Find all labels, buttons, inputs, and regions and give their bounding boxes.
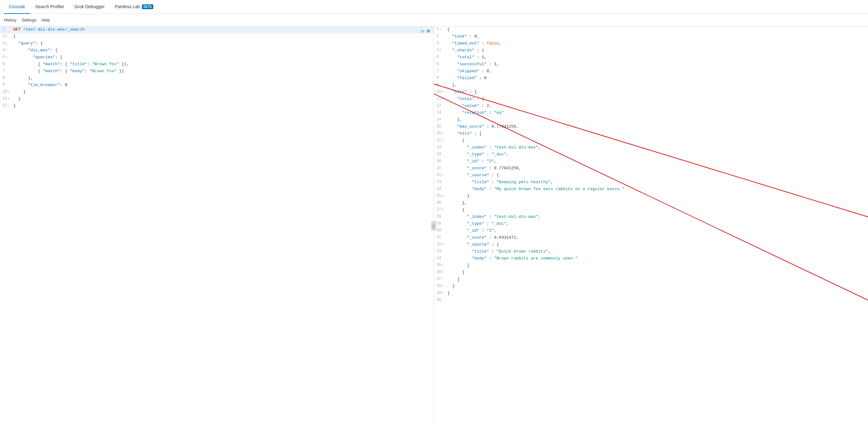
r-line-14: 14 },: [434, 117, 868, 124]
r-line-21: 21 "_score" : 0.77041256,: [434, 165, 868, 172]
code-line-4: 4▾ "dis_max": {: [0, 47, 434, 54]
left-editor-panel: 1 GET /test-dsl-dis-max/_search ▷ ⚙ 2▾ {…: [0, 27, 434, 425]
right-editor-panel: 1▾ { 2 "took" : 0, 3 "timed_out" : false…: [434, 27, 868, 425]
r-line-27: 27▾ {: [434, 207, 868, 214]
left-code-editor[interactable]: 1 GET /test-dsl-dis-max/_search ▷ ⚙ 2▾ {…: [0, 27, 434, 425]
r-line-40: 40: [434, 297, 868, 304]
r-line-6: 6 "successful" : 1,: [434, 61, 868, 68]
r-line-24: 24 "body" : "My quick brown fox eats rab…: [434, 186, 868, 193]
r-line-25: 25▾ }: [434, 193, 868, 200]
r-line-32: 32▾ "_source" : {: [434, 241, 868, 249]
r-line-37: 37▾ ]: [434, 276, 868, 283]
code-line-10: 10▾ }: [0, 89, 434, 96]
r-line-38: 38▾ }: [434, 283, 868, 290]
settings-button[interactable]: Settings: [22, 18, 36, 22]
r-line-10: 10▾ "hits" : {: [434, 89, 868, 96]
panel-resize-handle[interactable]: ‖: [431, 221, 436, 230]
r-line-30: 30 "_id" : "1",: [434, 228, 868, 235]
code-line-3: 3▾ "query": {: [0, 40, 434, 47]
history-button[interactable]: History: [4, 18, 17, 22]
right-code-block: 1▾ { 2 "took" : 0, 3 "timed_out" : false…: [434, 27, 868, 304]
r-line-8: 8 "failed" : 0: [434, 75, 868, 82]
beta-badge: BETA: [142, 4, 153, 9]
r-line-17: 17▾ {: [434, 137, 868, 144]
tools-icon[interactable]: ⚙: [427, 28, 430, 34]
r-line-13: 13 "relation" : "eq": [434, 110, 868, 117]
r-line-23: 23 "title" : "Keeping pets healthy",: [434, 179, 868, 186]
r-line-26: 26 },: [434, 200, 868, 207]
r-line-29: 29 "_type" : "_doc",: [434, 221, 868, 228]
r-line-31: 31 "_score" : 0.6931471,: [434, 235, 868, 241]
code-line-12: 12▾ }: [0, 103, 434, 110]
top-navigation: Console Search Profiler Grok Debugger Pa…: [0, 0, 868, 14]
code-line-2: 2▾ {: [0, 33, 434, 40]
r-line-35: 35▾ }: [434, 262, 868, 269]
tab-console[interactable]: Console: [4, 0, 30, 14]
code-line-7: 7 { "match": { "body": "Brown fox" }}: [0, 68, 434, 75]
code-line-11: 11▾ }: [0, 96, 434, 103]
r-line-4: 4▾ "_shards" : {: [434, 47, 868, 54]
r-line-36: 36▾ }: [434, 269, 868, 276]
r-line-16: 16▾ "hits" : [: [434, 131, 868, 137]
tab-search-profiler[interactable]: Search Profiler: [30, 0, 69, 14]
code-line-6: 6 { "match": { "title": "Brown fox" }},: [0, 61, 434, 68]
r-line-1: 1▾ {: [434, 27, 868, 33]
r-line-2: 2 "took" : 0,: [434, 33, 868, 40]
r-line-22: 22▾ "_source" : {: [434, 172, 868, 179]
r-line-7: 7 "skipped" : 0,: [434, 68, 868, 75]
help-button[interactable]: Help: [41, 18, 50, 22]
r-line-12: 12 "value" : 2,: [434, 103, 868, 110]
r-line-15: 15 "max_score" : 0.77041256,: [434, 124, 868, 131]
r-line-9: 9 },: [434, 82, 868, 89]
r-line-19: 19 "_type" : "_doc",: [434, 151, 868, 158]
secondary-toolbar: History Settings Help: [0, 14, 868, 27]
main-content: 1 GET /test-dsl-dis-max/_search ▷ ⚙ 2▾ {…: [0, 27, 868, 425]
code-line-1: 1 GET /test-dsl-dis-max/_search ▷ ⚙: [0, 27, 434, 33]
run-icon[interactable]: ▷: [422, 28, 425, 34]
code-line-5: 5▾ "queries": [: [0, 54, 434, 61]
r-line-39: 39▾ }: [434, 290, 868, 297]
r-line-5: 5 "total" : 1,: [434, 54, 868, 61]
right-code-editor[interactable]: 1▾ { 2 "took" : 0, 3 "timed_out" : false…: [434, 27, 868, 425]
code-line-8: 8 ],: [0, 75, 434, 82]
tab-grok-debugger[interactable]: Grok Debugger: [69, 0, 110, 14]
r-line-34: 34 "body" : "Brown rabbits are commonly …: [434, 255, 868, 262]
tab-painless-lab[interactable]: Painless Lab BETA: [110, 0, 159, 14]
r-line-18: 18 "_index" : "test-dsl-dis-max",: [434, 144, 868, 151]
r-line-3: 3 "timed_out" : false,: [434, 40, 868, 47]
r-line-28: 28 "_index" : "test-dsl-dis-max",: [434, 214, 868, 221]
r-line-33: 33 "title" : "Quick brown rabbits",: [434, 249, 868, 255]
r-line-20: 20 "_id" : "2",: [434, 158, 868, 165]
r-line-11: 11▾ "total" : {: [434, 96, 868, 103]
code-line-9: 9 "tie_breaker": 0: [0, 82, 434, 89]
left-code-block: 1 GET /test-dsl-dis-max/_search ▷ ⚙ 2▾ {…: [0, 27, 434, 110]
